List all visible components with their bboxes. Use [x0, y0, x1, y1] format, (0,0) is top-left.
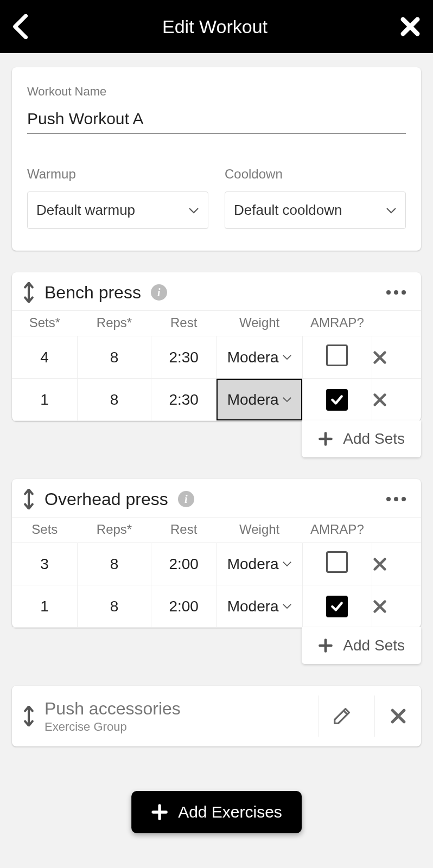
chevron-down-icon — [188, 207, 199, 214]
back-button[interactable] — [12, 14, 30, 39]
reps-cell[interactable]: 8 — [78, 379, 151, 421]
add-sets-button[interactable]: Add Sets — [302, 420, 421, 457]
drag-handle-icon[interactable] — [23, 489, 35, 509]
sets-table: Sets*Reps*RestWeightAMRAP?482:30Modera18… — [12, 310, 421, 421]
page-title: Edit Workout — [162, 16, 268, 37]
add-exercises-button[interactable]: Add Exercises — [131, 791, 302, 833]
exercise-title: Overhead press — [44, 489, 168, 509]
add-exercises-label: Add Exercises — [178, 803, 282, 821]
drag-handle-icon[interactable] — [23, 706, 35, 726]
group-subtitle: Exercise Group — [44, 720, 308, 734]
col-sets: Sets* — [12, 311, 78, 336]
set-row: 482:30Modera — [12, 336, 421, 379]
edit-icon — [331, 705, 353, 727]
col-reps: Reps* — [78, 311, 151, 336]
col-rest: Rest — [151, 311, 217, 336]
weight-cell[interactable]: Modera — [217, 585, 302, 628]
amrap-checkbox[interactable] — [326, 596, 348, 617]
amrap-cell[interactable] — [302, 543, 372, 585]
add-sets-label: Add Sets — [343, 637, 405, 654]
col-reps: Reps* — [78, 518, 151, 543]
more-menu-button[interactable] — [382, 493, 410, 506]
col-weight: Weight — [217, 311, 302, 336]
amrap-cell[interactable] — [302, 379, 372, 421]
chevron-down-icon — [386, 207, 397, 214]
exercise-card: Overhead pressiSetsReps*RestWeightAMRAP?… — [12, 479, 421, 628]
amrap-checkbox[interactable] — [326, 551, 348, 573]
app-header: Edit Workout — [0, 0, 433, 53]
col-weight: Weight — [217, 518, 302, 543]
group-title: Push accessories — [44, 699, 308, 719]
rest-cell[interactable]: 2:00 — [151, 585, 217, 628]
delete-set-button[interactable] — [372, 336, 421, 379]
warmup-value: Default warmup — [36, 202, 135, 219]
chevron-down-icon — [282, 603, 292, 609]
delete-set-button[interactable] — [372, 379, 421, 421]
delete-set-button[interactable] — [372, 585, 421, 628]
info-icon[interactable]: i — [178, 491, 194, 507]
close-button[interactable] — [399, 16, 421, 37]
workout-name-label: Workout Name — [27, 85, 406, 99]
chevron-down-icon — [282, 397, 292, 403]
edit-group-button[interactable] — [318, 695, 365, 737]
sets-cell[interactable]: 3 — [12, 543, 78, 585]
close-icon — [390, 707, 407, 725]
sets-table: SetsReps*RestWeightAMRAP?382:00Modera182… — [12, 517, 421, 628]
exercise-title: Bench press — [44, 283, 141, 303]
cooldown-dropdown[interactable]: Default cooldown — [225, 192, 406, 229]
amrap-cell[interactable] — [302, 336, 372, 379]
plus-icon — [151, 803, 168, 821]
sets-cell[interactable]: 4 — [12, 336, 78, 379]
exercise-card: Bench pressiSets*Reps*RestWeightAMRAP?48… — [12, 272, 421, 421]
col-amrap: AMRAP? — [302, 518, 372, 543]
weight-cell[interactable]: Modera — [217, 543, 302, 585]
col-rest: Rest — [151, 518, 217, 543]
reps-cell[interactable]: 8 — [78, 336, 151, 379]
delete-set-button[interactable] — [372, 543, 421, 585]
set-row: 182:00Modera — [12, 585, 421, 628]
rest-cell[interactable]: 2:30 — [151, 379, 217, 421]
chevron-down-icon — [282, 354, 292, 360]
chevron-down-icon — [282, 561, 292, 567]
col-sets: Sets — [12, 518, 78, 543]
cooldown-value: Default cooldown — [234, 202, 342, 219]
rest-cell[interactable]: 2:00 — [151, 543, 217, 585]
set-row: 182:30Modera — [12, 379, 421, 421]
weight-cell[interactable]: Modera — [217, 379, 302, 421]
workout-config-card: Workout Name Warmup Default warmup Coold… — [12, 67, 421, 251]
weight-cell[interactable]: Modera — [217, 336, 302, 379]
set-row: 382:00Modera — [12, 543, 421, 585]
workout-name-input[interactable] — [27, 106, 406, 134]
plus-icon — [318, 431, 333, 446]
add-sets-button[interactable]: Add Sets — [302, 627, 421, 664]
sets-cell[interactable]: 1 — [12, 585, 78, 628]
reps-cell[interactable]: 8 — [78, 585, 151, 628]
amrap-checkbox[interactable] — [326, 389, 348, 411]
warmup-dropdown[interactable]: Default warmup — [27, 192, 208, 229]
reps-cell[interactable]: 8 — [78, 543, 151, 585]
warmup-label: Warmup — [27, 167, 208, 182]
add-sets-label: Add Sets — [343, 430, 405, 448]
exercise-group-card: Push accessories Exercise Group — [12, 686, 421, 746]
cooldown-label: Cooldown — [225, 167, 406, 182]
amrap-checkbox[interactable] — [326, 344, 348, 366]
info-icon[interactable]: i — [151, 284, 167, 301]
delete-group-button[interactable] — [374, 695, 421, 737]
plus-icon — [318, 638, 333, 653]
sets-cell[interactable]: 1 — [12, 379, 78, 421]
amrap-cell[interactable] — [302, 585, 372, 628]
more-menu-button[interactable] — [382, 286, 410, 299]
rest-cell[interactable]: 2:30 — [151, 336, 217, 379]
col-amrap: AMRAP? — [302, 311, 372, 336]
drag-handle-icon[interactable] — [23, 282, 35, 303]
